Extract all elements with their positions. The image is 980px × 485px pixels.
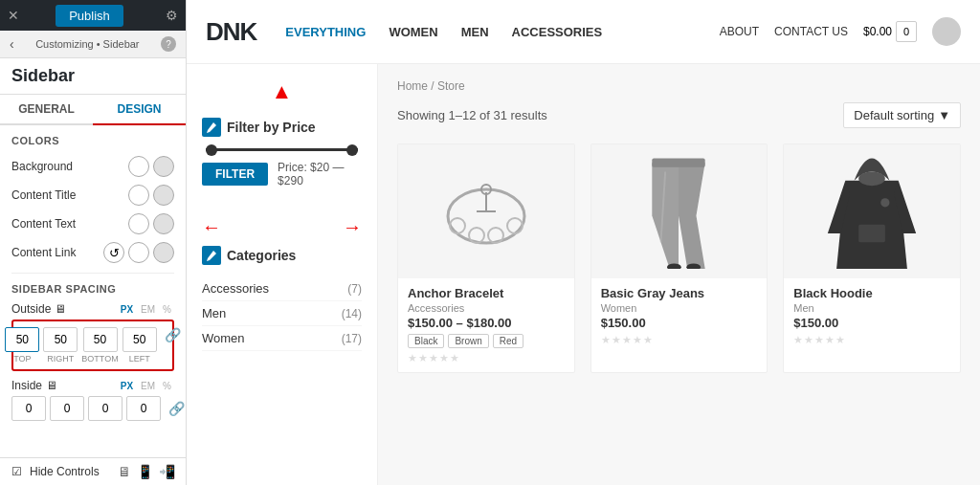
- color-swatch-ct-outline[interactable]: [128, 185, 149, 206]
- inside-bottom-input[interactable]: [88, 396, 122, 421]
- svg-point-2: [469, 228, 484, 243]
- color-swatch-ctxt-outline[interactable]: [128, 213, 149, 234]
- color-swatch-cl-filled[interactable]: [153, 242, 174, 263]
- hoodie-svg: [824, 154, 920, 269]
- inside-row: Inside 🖥 PX EM %: [11, 379, 174, 392]
- divider: [11, 273, 174, 274]
- unit-px[interactable]: PX: [118, 303, 136, 316]
- svg-point-14: [880, 198, 889, 207]
- inside-unit-px[interactable]: PX: [118, 380, 136, 392]
- star-0-2: ★: [418, 352, 428, 364]
- hide-controls-row: ☑ Hide Controls 🖥 📱 📲: [0, 457, 187, 485]
- color-swatch-ct-filled[interactable]: [153, 185, 174, 206]
- nav-accessories[interactable]: ACCESSORIES: [512, 25, 603, 39]
- publish-button[interactable]: Publish: [56, 5, 123, 27]
- svg-point-4: [507, 218, 523, 233]
- color-swatches-background: [128, 156, 174, 177]
- outside-computer-icon: 🖥: [55, 302, 66, 316]
- color-swatch-filled[interactable]: [153, 156, 174, 177]
- panel-breadcrumb-text: Customizing • Sidebar: [35, 38, 139, 50]
- outside-left-input[interactable]: [122, 327, 157, 352]
- back-arrow-icon[interactable]: ‹: [10, 36, 14, 52]
- filter-price-widget: Filter by Price FILTER Price: $20 — $290: [202, 108, 362, 197]
- outside-bottom-label: BOTTOM: [81, 354, 118, 364]
- tab-general[interactable]: GENERAL: [0, 95, 93, 125]
- color-swatch-cl-refresh[interactable]: ↺: [103, 242, 124, 263]
- inside-unit-tabs: PX EM %: [118, 380, 174, 392]
- color-label-background: Background: [11, 160, 73, 173]
- panel-breadcrumb-row: ‹ Customizing • Sidebar ?: [0, 31, 186, 58]
- color-swatch-cl-outline[interactable]: [128, 242, 149, 263]
- product-name-0: Anchor Bracelet: [408, 286, 565, 300]
- category-women[interactable]: Women (17): [202, 326, 362, 351]
- close-icon[interactable]: ✕: [8, 8, 19, 23]
- contact-link[interactable]: CONTACT US: [774, 25, 848, 38]
- gear-icon[interactable]: ⚙: [166, 8, 178, 23]
- help-icon[interactable]: ?: [161, 36, 176, 52]
- product-img-2: [784, 144, 960, 278]
- star-1-3: ★: [622, 334, 632, 346]
- outside-top-input[interactable]: [5, 327, 39, 352]
- inside-top-input[interactable]: [11, 396, 46, 421]
- about-link[interactable]: ABOUT: [720, 25, 759, 38]
- sort-label: Default sorting: [854, 108, 934, 122]
- color-black[interactable]: Black: [408, 334, 444, 348]
- inside-computer-icon: 🖥: [46, 379, 57, 392]
- outside-right-input[interactable]: [43, 327, 78, 352]
- product-name-1: Basic Gray Jeans: [601, 286, 758, 300]
- inside-unit-em[interactable]: EM: [138, 380, 158, 392]
- outside-bottom-input[interactable]: [83, 327, 118, 352]
- results-count: Showing 1–12 of 31 results: [397, 108, 547, 122]
- star-0-5: ★: [450, 352, 459, 364]
- star-2-4: ★: [825, 334, 835, 346]
- outside-bottom-wrap: BOTTOM: [81, 327, 118, 364]
- mobile-icon[interactable]: 📲: [159, 464, 175, 479]
- tablet-icon[interactable]: 📱: [137, 464, 153, 479]
- tab-design[interactable]: DESIGN: [93, 95, 186, 125]
- slider-thumb-left[interactable]: [206, 144, 217, 156]
- product-info-1: Basic Gray Jeans Women $150.00 ★ ★ ★ ★ ★: [591, 278, 768, 354]
- panel-content: COLORS Background Content Title Content …: [0, 125, 186, 457]
- cart-badge[interactable]: 0: [896, 21, 917, 42]
- nav-men[interactable]: MEN: [461, 25, 489, 39]
- unit-percent[interactable]: %: [160, 303, 174, 316]
- category-men[interactable]: Men (14): [202, 301, 362, 326]
- star-1-5: ★: [643, 334, 653, 346]
- colors-section-label: COLORS: [11, 135, 174, 146]
- unit-em[interactable]: EM: [138, 303, 158, 316]
- categories-edit-icon[interactable]: [202, 246, 221, 265]
- inside-link-icon[interactable]: 🔗: [168, 401, 185, 416]
- color-brown[interactable]: Brown: [448, 334, 488, 348]
- hide-controls-checkbox[interactable]: ☑: [11, 465, 22, 478]
- store-body: ▲ Filter by Price FILTER Price: $20 — $2…: [187, 64, 980, 485]
- outside-right-wrap: RIGHT: [43, 327, 78, 364]
- avatar[interactable]: [932, 17, 961, 46]
- filter-button[interactable]: FILTER: [202, 163, 268, 186]
- sort-dropdown[interactable]: Default sorting ▼: [843, 102, 961, 128]
- product-price-2: $150.00: [793, 316, 950, 330]
- color-label-content-link: Content Link: [11, 246, 76, 259]
- category-accessories[interactable]: Accessories (7): [202, 276, 362, 301]
- categories-widget-title: Categories: [202, 246, 362, 265]
- color-row-content-link: Content Link ↺: [11, 242, 174, 263]
- inside-left-input[interactable]: [126, 396, 161, 421]
- nav-everything[interactable]: EVERYTHING: [285, 25, 366, 39]
- color-label-content-title: Content Title: [11, 188, 76, 202]
- color-swatch-outline[interactable]: [128, 156, 149, 177]
- slider-thumb-right[interactable]: [346, 144, 358, 156]
- color-red[interactable]: Red: [493, 334, 523, 348]
- nav-women[interactable]: WOMEN: [389, 25, 437, 39]
- star-2-1: ★: [793, 334, 803, 346]
- product-info-0: Anchor Bracelet Accessories $150.00 – $1…: [398, 278, 574, 372]
- product-name-2: Black Hoodie: [793, 286, 950, 300]
- product-price-0: $150.00 – $180.00: [408, 316, 565, 330]
- filter-edit-icon[interactable]: [202, 118, 221, 137]
- product-colors-0: Black Brown Red: [408, 334, 565, 348]
- color-swatch-ctxt-filled[interactable]: [153, 213, 174, 234]
- link-icon[interactable]: 🔗: [165, 327, 181, 364]
- desktop-icon[interactable]: 🖥: [118, 464, 131, 479]
- outside-top-label: TOP: [13, 354, 31, 364]
- inside-right-input[interactable]: [50, 396, 84, 421]
- inside-unit-percent[interactable]: %: [160, 380, 174, 392]
- product-img-0: [398, 144, 574, 278]
